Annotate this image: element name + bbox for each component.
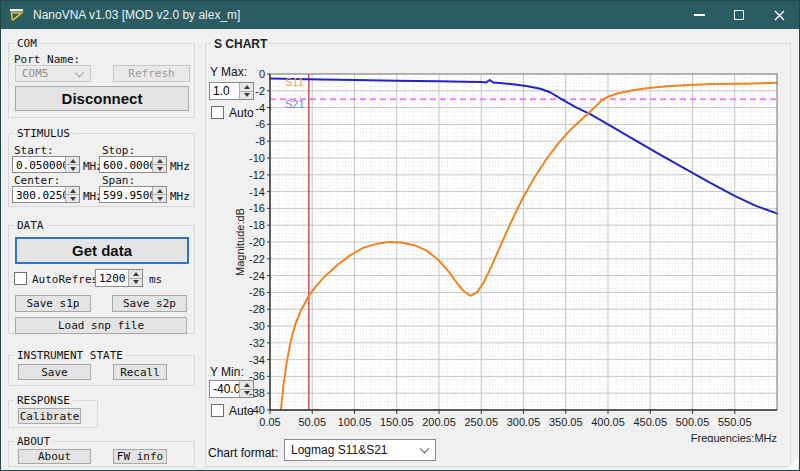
- svg-text:-26: -26: [249, 286, 265, 298]
- title-bar[interactable]: NanoVNA v1.03 [MOD v2.0 by alex_m]: [1, 1, 799, 29]
- minimize-icon: [694, 14, 705, 16]
- maximize-button[interactable]: [719, 1, 759, 29]
- minimize-button[interactable]: [679, 1, 719, 29]
- response-group-title: RESPONSE: [14, 394, 73, 407]
- chart-format-label: Chart format:: [208, 446, 278, 460]
- autorefresh-checkbox[interactable]: [14, 272, 27, 285]
- svg-text:S11: S11: [285, 76, 304, 88]
- refresh-button[interactable]: Refresh: [113, 65, 190, 82]
- svg-text:-6: -6: [255, 118, 265, 130]
- about-group-title: ABOUT: [14, 435, 53, 448]
- fw-info-button[interactable]: FW info: [113, 449, 167, 464]
- svg-text:-34: -34: [249, 354, 265, 366]
- svg-text:-24: -24: [249, 270, 265, 282]
- data-group-title: DATA: [14, 219, 47, 232]
- about-button[interactable]: About: [18, 449, 91, 464]
- svg-text:-38: -38: [249, 387, 265, 399]
- svg-text:0.05: 0.05: [259, 416, 280, 428]
- svg-text:Frequencies:MHz: Frequencies:MHz: [691, 432, 777, 442]
- spin-down-button[interactable]: [152, 164, 166, 172]
- disconnect-button[interactable]: Disconnect: [15, 86, 189, 111]
- svg-text:50.05: 50.05: [298, 416, 326, 428]
- svg-text:100.05: 100.05: [338, 416, 372, 428]
- svg-text:-30: -30: [249, 320, 265, 332]
- close-button[interactable]: [759, 1, 799, 29]
- spin-up-button[interactable]: [65, 187, 79, 194]
- instrument-recall-button[interactable]: Recall: [113, 364, 167, 380]
- spin-down-button[interactable]: [128, 278, 142, 287]
- center-input[interactable]: 300.025000: [12, 186, 80, 203]
- svg-text:150.05: 150.05: [380, 416, 414, 428]
- svg-text:300.05: 300.05: [507, 416, 541, 428]
- start-input[interactable]: 0.050000: [12, 156, 80, 173]
- about-group: ABOUT About FW info: [8, 441, 195, 467]
- app-window: NanoVNA v1.03 [MOD v2.0 by alex_m] COM P…: [0, 0, 800, 471]
- stop-unit-label: MHz: [170, 160, 190, 173]
- window-title: NanoVNA v1.03 [MOD v2.0 by alex_m]: [33, 8, 240, 22]
- span-spinner: [152, 187, 166, 202]
- com-group-title: COM: [14, 37, 40, 50]
- spin-up-button[interactable]: [128, 270, 142, 278]
- svg-text:-28: -28: [249, 303, 265, 315]
- svg-text:-10: -10: [249, 152, 265, 164]
- svg-text:-32: -32: [249, 337, 265, 349]
- instrument-state-title: INSTRUMENT STATE: [14, 349, 126, 362]
- svg-text:350.05: 350.05: [549, 416, 583, 428]
- app-icon: [9, 7, 25, 23]
- svg-text:-8: -8: [255, 135, 265, 147]
- spin-up-button[interactable]: [152, 157, 166, 164]
- chart-format-select[interactable]: Logmag S11&S21: [284, 439, 436, 461]
- chevron-down-icon: [75, 67, 85, 77]
- port-name-value: COM5: [22, 67, 49, 80]
- svg-text:-18: -18: [249, 219, 265, 231]
- span-input[interactable]: 599.950000: [99, 186, 167, 203]
- svg-text:400.05: 400.05: [591, 416, 625, 428]
- maximize-icon: [734, 10, 744, 20]
- chevron-down-icon: [420, 444, 430, 454]
- data-group: DATA Get data AutoRefresh 1200 ms Save s…: [8, 225, 195, 334]
- spin-down-button[interactable]: [65, 194, 79, 202]
- interval-unit-label: ms: [149, 273, 162, 286]
- svg-text:Magnitude:dB: Magnitude:dB: [234, 208, 246, 276]
- y-min-auto-checkbox[interactable]: [211, 404, 224, 417]
- y-max-auto-checkbox[interactable]: [211, 106, 224, 119]
- instrument-state-group: INSTRUMENT STATE Save Recall: [8, 355, 195, 386]
- load-snp-button[interactable]: Load snp file: [15, 317, 187, 334]
- response-group: RESPONSE Calibrate: [8, 400, 98, 428]
- svg-text:-20: -20: [249, 236, 265, 248]
- s-chart-title: S CHART: [211, 37, 270, 51]
- spin-up-button[interactable]: [152, 187, 166, 194]
- save-s2p-button[interactable]: Save s2p: [112, 295, 187, 312]
- svg-text:-40: -40: [249, 404, 265, 416]
- svg-text:450.05: 450.05: [633, 416, 667, 428]
- get-data-button[interactable]: Get data: [15, 237, 189, 264]
- svg-text:200.05: 200.05: [422, 416, 456, 428]
- instrument-save-button[interactable]: Save: [18, 364, 91, 380]
- calibrate-button[interactable]: Calibrate: [18, 408, 81, 424]
- refresh-interval-input[interactable]: 1200: [95, 269, 143, 287]
- chart-format-value: Logmag S11&S21: [291, 443, 388, 457]
- svg-text:500.05: 500.05: [676, 416, 710, 428]
- svg-text:-22: -22: [249, 253, 265, 265]
- autorefresh-label: AutoRefresh: [32, 273, 105, 286]
- s-parameter-chart: 0-2-4-6-8-10-12-14-16-18-20-22-24-26-28-…: [232, 62, 792, 442]
- center-spinner: [65, 187, 79, 202]
- svg-text:250.05: 250.05: [464, 416, 498, 428]
- span-unit-label: MHz: [170, 190, 190, 203]
- svg-text:-36: -36: [249, 370, 265, 382]
- port-name-select[interactable]: COM5: [15, 65, 91, 82]
- svg-text:-14: -14: [249, 186, 265, 198]
- client-area: COM Port Name: COM5 Refresh Disconnect S…: [1, 29, 799, 470]
- svg-text:-16: -16: [249, 202, 265, 214]
- resize-grip[interactable]: [787, 458, 798, 469]
- spin-down-button[interactable]: [152, 194, 166, 202]
- svg-text:0: 0: [259, 68, 265, 80]
- spin-down-button[interactable]: [65, 164, 79, 172]
- save-s1p-button[interactable]: Save s1p: [15, 295, 91, 312]
- stop-input[interactable]: 600.000000: [99, 156, 167, 173]
- stop-spinner: [152, 157, 166, 172]
- interval-spinner: [128, 270, 142, 286]
- svg-text:550.05: 550.05: [718, 416, 752, 428]
- svg-text:-12: -12: [249, 169, 265, 181]
- spin-up-button[interactable]: [65, 157, 79, 164]
